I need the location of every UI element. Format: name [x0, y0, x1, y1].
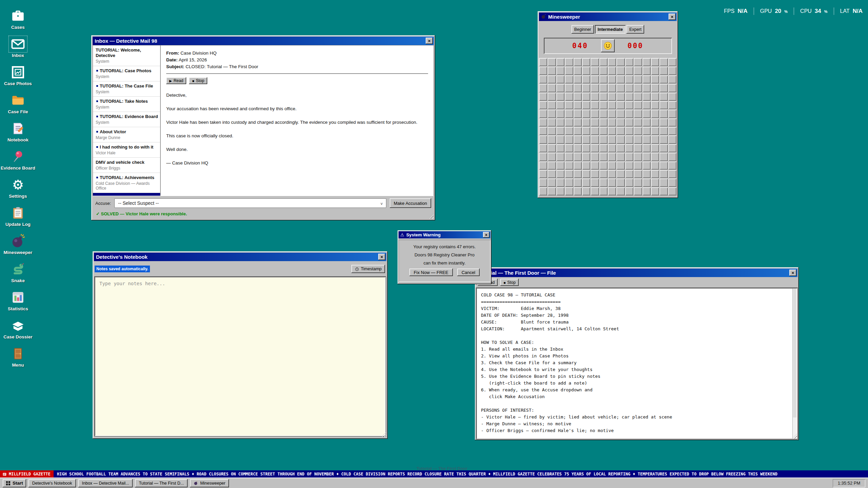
mine-cell[interactable]: [574, 101, 582, 110]
mine-cell[interactable]: [668, 110, 677, 118]
mine-cell[interactable]: [556, 58, 565, 66]
close-icon[interactable]: ×: [669, 14, 676, 20]
mine-cell[interactable]: [659, 110, 668, 118]
mine-cell[interactable]: [668, 93, 677, 101]
mine-cell[interactable]: [582, 127, 591, 135]
mine-cell[interactable]: [547, 118, 556, 127]
mine-cell[interactable]: [599, 170, 608, 178]
mine-cell[interactable]: [547, 153, 556, 161]
mine-cell[interactable]: [616, 58, 625, 66]
mine-cell[interactable]: [668, 75, 677, 84]
mine-cell[interactable]: [599, 58, 608, 66]
scrollbar-thumb[interactable]: [793, 289, 796, 417]
mine-cell[interactable]: [651, 187, 659, 196]
mine-cell[interactable]: [539, 66, 547, 75]
mine-cell[interactable]: [625, 58, 634, 66]
mine-cell[interactable]: [634, 93, 642, 101]
inbox-titlebar[interactable]: Inbox — Detective Mail 98 ×: [93, 37, 434, 45]
mine-cell[interactable]: [565, 58, 573, 66]
desktop-icon-case-file[interactable]: Case File: [0, 92, 36, 120]
mine-cell[interactable]: [616, 135, 625, 144]
mine-cell[interactable]: [547, 110, 556, 118]
mine-cell[interactable]: [565, 144, 573, 153]
mine-cell[interactable]: [574, 161, 582, 170]
mine-cell[interactable]: [582, 178, 591, 187]
mine-cell[interactable]: [634, 178, 642, 187]
mine-cell[interactable]: [608, 75, 616, 84]
mine-cell[interactable]: [591, 58, 599, 66]
suspect-select[interactable]: -- Select Suspect --: [114, 198, 386, 208]
mine-cell[interactable]: [582, 170, 591, 178]
mine-cell[interactable]: [565, 127, 573, 135]
mine-cell[interactable]: [582, 118, 591, 127]
mine-cell[interactable]: [659, 178, 668, 187]
mine-cell[interactable]: [599, 135, 608, 144]
mine-cell[interactable]: [574, 110, 582, 118]
mine-cell[interactable]: [556, 84, 565, 92]
mine-cell[interactable]: [582, 58, 591, 66]
mine-cell[interactable]: [616, 110, 625, 118]
mine-cell[interactable]: [556, 187, 565, 196]
mine-cell[interactable]: [642, 101, 651, 110]
mail-list-item[interactable]: TUTORIAL: Evidence Board System: [93, 112, 160, 127]
mine-cell[interactable]: [608, 66, 616, 75]
mine-cell[interactable]: [539, 135, 547, 144]
mine-cell[interactable]: [608, 144, 616, 153]
mine-cell[interactable]: [668, 84, 677, 92]
mine-cell[interactable]: [651, 170, 659, 178]
mine-cell[interactable]: [565, 118, 573, 127]
mine-cell[interactable]: [582, 110, 591, 118]
mine-cell[interactable]: [668, 58, 677, 66]
mine-cell[interactable]: [659, 101, 668, 110]
mine-cell[interactable]: [625, 135, 634, 144]
mine-cell[interactable]: [642, 58, 651, 66]
mine-cell[interactable]: [608, 170, 616, 178]
mine-cell[interactable]: [574, 153, 582, 161]
mine-cell[interactable]: [565, 84, 573, 92]
mine-cell[interactable]: [599, 118, 608, 127]
mine-cell[interactable]: [659, 135, 668, 144]
mine-cell[interactable]: [625, 118, 634, 127]
desktop-icon-inbox[interactable]: Inbox: [0, 36, 36, 64]
mine-cell[interactable]: [616, 93, 625, 101]
mine-cell[interactable]: [608, 127, 616, 135]
mine-cell[interactable]: [659, 84, 668, 92]
desktop-icon-minesweeper[interactable]: Minesweeper: [0, 233, 36, 261]
mine-cell[interactable]: [599, 66, 608, 75]
mine-cell[interactable]: [634, 101, 642, 110]
mine-cell[interactable]: [625, 110, 634, 118]
mine-cell[interactable]: [642, 75, 651, 84]
mine-cell[interactable]: [659, 153, 668, 161]
mine-cell[interactable]: [651, 127, 659, 135]
desktop-icon-cases[interactable]: Cases: [0, 7, 36, 36]
mine-cell[interactable]: [565, 75, 573, 84]
file-titlebar[interactable]: Tutorial — The First Door — File ×: [476, 269, 797, 277]
mine-cell[interactable]: [582, 66, 591, 75]
mine-cell[interactable]: [539, 84, 547, 92]
mine-cell[interactable]: [668, 66, 677, 75]
mine-cell[interactable]: [625, 144, 634, 153]
mine-cell[interactable]: [556, 66, 565, 75]
mine-cell[interactable]: [582, 101, 591, 110]
mine-cell[interactable]: [651, 135, 659, 144]
mine-cell[interactable]: [651, 66, 659, 75]
mail-list-item[interactable]: TUTORIAL: The Case File System: [93, 81, 160, 97]
mine-cell[interactable]: [616, 178, 625, 187]
mine-cell[interactable]: [608, 161, 616, 170]
mine-cell[interactable]: [634, 161, 642, 170]
mine-cell[interactable]: [556, 93, 565, 101]
mine-cell[interactable]: [634, 144, 642, 153]
mail-list-item[interactable]: TUTORIAL: Case Photos System: [93, 66, 160, 81]
mine-cell[interactable]: [616, 127, 625, 135]
mail-list-item[interactable]: About Victor Marge Dunne: [93, 127, 160, 142]
mine-cell[interactable]: [599, 101, 608, 110]
mine-cell[interactable]: [547, 75, 556, 84]
mine-cell[interactable]: [659, 58, 668, 66]
notes-textarea[interactable]: Type your notes here...: [95, 277, 386, 436]
desktop-icon-case-photos[interactable]: Case Photos: [0, 64, 36, 92]
mine-cell[interactable]: [668, 161, 677, 170]
mine-cell[interactable]: [616, 75, 625, 84]
mine-cell[interactable]: [642, 161, 651, 170]
mine-cell[interactable]: [556, 127, 565, 135]
mine-cell[interactable]: [608, 110, 616, 118]
